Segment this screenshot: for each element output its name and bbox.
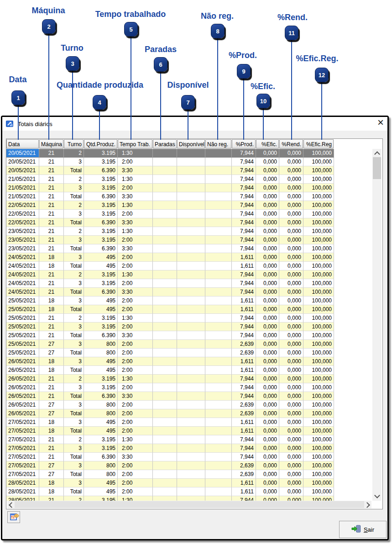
- cell: 2: [64, 270, 84, 279]
- column-header-1[interactable]: Data: [6, 139, 39, 148]
- column-header-7[interactable]: Disponível: [177, 139, 205, 148]
- table-row[interactable]: 26/05/20212123.1951:307,9440,0000,000100…: [6, 375, 372, 383]
- cell: Total: [64, 349, 84, 357]
- cell: [205, 184, 232, 192]
- table-row[interactable]: 24/05/202121Total6.3903:307,9440,0000,00…: [6, 288, 372, 296]
- table-row[interactable]: 23/05/202121Total6.3903:307,9440,0000,00…: [6, 244, 372, 253]
- cell: 495: [84, 296, 118, 305]
- callout-label-efic: %Efic.: [251, 82, 275, 91]
- table-row[interactable]: 22/05/20212123.1951:307,9440,0000,000100…: [6, 201, 372, 210]
- cell: 26/05/2021: [6, 392, 39, 401]
- close-icon[interactable]: ×: [377, 116, 384, 129]
- table-row[interactable]: 21/05/20212133.1952:007,9440,0000,000100…: [6, 184, 372, 192]
- column-header-3[interactable]: Turno: [64, 139, 84, 148]
- table-row[interactable]: 27/05/20212123.1951:307,9440,0000,000100…: [6, 435, 372, 444]
- table-row[interactable]: 24/05/20212133.1952:007,9440,0000,000100…: [6, 279, 372, 288]
- table-row[interactable]: 27/05/202118Total4952:001,6110,0000,0001…: [6, 427, 372, 435]
- scroll-left-icon[interactable]: [9, 502, 15, 508]
- scroll-right-icon[interactable]: [364, 502, 370, 508]
- table-row[interactable]: 25/05/20211834952:001,6110,0000,000100,0…: [6, 296, 372, 305]
- cell: [177, 288, 205, 296]
- horizontal-scrollbar[interactable]: [7, 501, 371, 508]
- cell: 1:30: [118, 314, 153, 323]
- column-header-11[interactable]: %Rend.: [279, 139, 303, 148]
- cell: 2: [64, 201, 84, 210]
- column-header-2[interactable]: Máquina: [39, 139, 63, 148]
- exit-button[interactable]: Sair: [339, 521, 387, 538]
- cell: [205, 461, 232, 470]
- column-header-9[interactable]: %Prod.: [232, 139, 256, 148]
- table-row[interactable]: 25/05/20212738002:002,6390,0000,000100,0…: [6, 340, 372, 349]
- table-row[interactable]: 26/05/20211834952:001,6110,0000,000100,0…: [6, 357, 372, 366]
- cell: 27: [39, 340, 64, 349]
- table-row[interactable]: 24/05/20211834952:001,6110,0000,000100,0…: [6, 253, 372, 262]
- cell: 3.195: [84, 270, 118, 279]
- table-row[interactable]: 26/05/202127Total8002:002,6390,0000,0001…: [6, 409, 372, 418]
- table-row[interactable]: 26/05/20212133.1952:007,9440,0000,000100…: [6, 383, 372, 392]
- table-row[interactable]: 21/05/20212123.1951:307,9440,0000,000100…: [6, 175, 372, 184]
- table-row[interactable]: 20/05/20212133.1952:007,9440,0000,000100…: [6, 158, 372, 166]
- table-row[interactable]: 25/05/202127Total8002:002,6390,0000,0001…: [6, 349, 372, 357]
- cell: 2:00: [118, 210, 153, 218]
- table-row[interactable]: 28/05/202118Total4952:001,6110,0000,0001…: [6, 487, 372, 496]
- column-header-8[interactable]: Não reg.: [205, 139, 231, 148]
- table-row[interactable]: 27/05/202121Total6.3903:307,9440,0000,00…: [6, 453, 372, 461]
- table-row[interactable]: 22/05/202121Total6.3903:307,9440,0000,00…: [6, 218, 372, 227]
- cell: 7,944: [232, 288, 256, 296]
- scroll-down-icon[interactable]: [374, 492, 380, 498]
- table-row[interactable]: 21/05/202121Total6.3903:307,9440,0000,00…: [6, 192, 372, 201]
- table-row[interactable]: 24/05/202118Total4952:001,6110,0000,0001…: [6, 262, 372, 270]
- table-row[interactable]: 27/05/20211834952:001,6110,0000,000100,0…: [6, 418, 372, 427]
- table-row[interactable]: 26/05/202121Total6.3903:307,9440,0000,00…: [6, 392, 372, 401]
- cell: 7,944: [232, 279, 256, 288]
- table-row[interactable]: 23/05/20212123.1951:307,9440,0000,000100…: [6, 227, 372, 236]
- table-row[interactable]: 26/05/20212738002:002,6390,0000,000100,0…: [6, 401, 372, 409]
- trend-arrow-icon: [6, 121, 14, 127]
- cell: 3: [64, 323, 84, 331]
- callout-label-paradas: Paradas: [145, 45, 177, 54]
- column-header-4[interactable]: Qtd.Produz.: [84, 139, 117, 148]
- callout-line-8: [217, 38, 218, 140]
- scroll-up-icon[interactable]: [374, 151, 380, 157]
- table-row[interactable]: 26/05/202118Total4952:001,6110,0000,0001…: [6, 366, 372, 375]
- cell: 100,000: [303, 192, 334, 201]
- column-header-6[interactable]: Paradas: [153, 139, 177, 148]
- table-row[interactable]: 25/05/202118Total4952:001,6110,0000,0001…: [6, 305, 372, 314]
- cell: 21: [39, 323, 64, 331]
- cell: [177, 166, 205, 175]
- cell: 800: [84, 409, 118, 418]
- cell: 21: [39, 218, 64, 227]
- column-header-12[interactable]: %Efic.Reg: [303, 139, 334, 148]
- cell: 18: [39, 262, 64, 270]
- cell: 21: [39, 270, 64, 279]
- cell: 28/05/2021: [6, 496, 39, 501]
- table-row[interactable]: 25/05/20212133.1952:007,9440,0000,000100…: [6, 323, 372, 331]
- cell: 0,000: [279, 375, 303, 383]
- cell: 1:30: [118, 227, 153, 236]
- cell: 0,000: [256, 227, 279, 236]
- table-row[interactable]: 20/05/202121Total6.3903:307,9440,0000,00…: [6, 166, 372, 175]
- table-row[interactable]: 23/05/20212133.1952:007,9440,0000,000100…: [6, 236, 372, 244]
- column-header-10[interactable]: %Efic.: [256, 139, 279, 148]
- table-row[interactable]: 20/05/20212123.1951:307,9440,0000,000100…: [6, 149, 372, 158]
- table-row[interactable]: 24/05/20212123.1951:307,9440,0000,000100…: [6, 270, 372, 279]
- callout-label-maquina: Máquina: [31, 6, 65, 16]
- table-row[interactable]: 27/05/20212133.1952:007,9440,0000,000100…: [6, 444, 372, 453]
- table-row[interactable]: 28/05/20211834952:001,6110,0000,000100,0…: [6, 479, 372, 487]
- cell: 20/05/2021: [6, 166, 39, 175]
- table-row[interactable]: 25/05/20212123.1951:307,9440,0000,000100…: [6, 314, 372, 323]
- vertical-scrollbar[interactable]: [372, 149, 382, 501]
- horizontal-scroll-thumb[interactable]: [15, 501, 364, 508]
- table-row[interactable]: 27/05/202127Total8002:002,6390,0000,0001…: [6, 470, 372, 479]
- vertical-scroll-thumb[interactable]: [373, 157, 381, 179]
- table-row[interactable]: 22/05/20212133.1952:007,9440,0000,000100…: [6, 210, 372, 218]
- table-row[interactable]: 27/05/20212738002:002,6390,0000,000100,0…: [6, 461, 372, 470]
- table-row[interactable]: 25/05/202121Total6.3903:307,9440,0000,00…: [6, 331, 372, 340]
- table-row[interactable]: 28/05/20212123.1951:307,9440,0000,000100…: [6, 496, 372, 501]
- column-header-5[interactable]: Tempo Trab.: [118, 139, 152, 148]
- export-grid-button[interactable]: [7, 511, 20, 523]
- cell: 24/05/2021: [6, 270, 39, 279]
- cell: 100,000: [303, 496, 334, 501]
- cell: 0,000: [256, 175, 279, 184]
- cell: [177, 149, 205, 158]
